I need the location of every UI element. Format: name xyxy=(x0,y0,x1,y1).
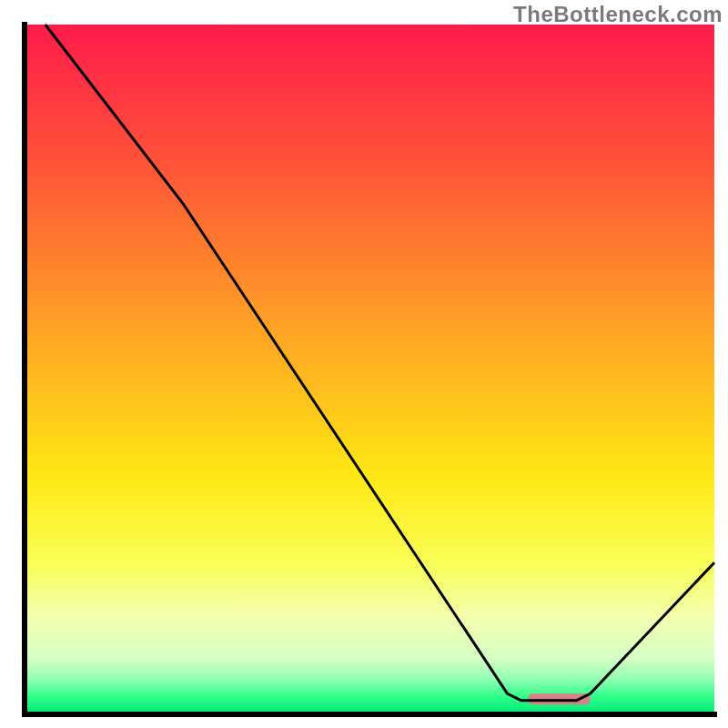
plot-background xyxy=(25,25,714,714)
bottleneck-chart: TheBottleneck.com xyxy=(0,0,728,728)
chart-svg xyxy=(0,0,728,728)
watermark-label: TheBottleneck.com xyxy=(513,2,723,27)
